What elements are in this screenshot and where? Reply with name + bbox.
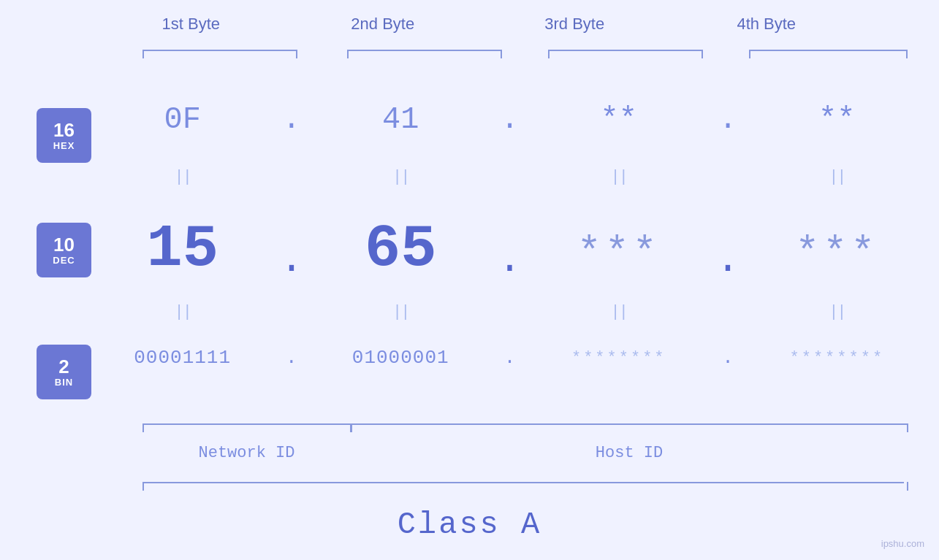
dec-dot3: . <box>713 215 742 283</box>
equals-2: || <box>320 168 481 186</box>
hex-byte1: 0F <box>102 102 263 137</box>
dec-badge-label: DEC <box>53 255 75 266</box>
hex-dot1: . <box>277 102 306 137</box>
equals-mid-3: || <box>539 303 699 321</box>
vbracket-bot-hr <box>907 423 908 432</box>
dec-byte4: *** <box>756 223 917 276</box>
bin-byte4: ******** <box>756 349 917 367</box>
vbracket-3r <box>702 50 703 58</box>
dec-row: 15 . 65 . *** . *** <box>95 215 924 283</box>
vbracket-4l <box>749 50 750 58</box>
hex-dot3: . <box>713 102 742 137</box>
bin-byte1: 00001111 <box>102 347 263 369</box>
network-bracket <box>142 423 351 425</box>
equals-mid-1: || <box>102 303 263 321</box>
host-id-label: Host ID <box>351 444 908 462</box>
hex-byte3: ** <box>539 102 699 137</box>
bin-badge-number: 2 <box>58 356 69 377</box>
dec-badge-number: 10 <box>53 234 75 256</box>
bin-byte2: 01000001 <box>320 347 481 369</box>
network-id-label: Network ID <box>142 444 351 462</box>
equals-mid-2: || <box>320 303 481 321</box>
bracket-line-3 <box>548 50 702 51</box>
bracket-line-1 <box>142 50 296 51</box>
byte2-label: 2nd Byte <box>303 15 463 34</box>
watermark: ipshu.com <box>881 538 924 549</box>
hex-badge: 16 HEX <box>37 108 91 163</box>
vbracket-2l <box>347 50 349 58</box>
bin-dot1: . <box>277 347 306 369</box>
byte1-label: 1st Byte <box>110 15 271 34</box>
vbracket-outer-r <box>907 482 908 491</box>
dec-byte1: 15 <box>102 215 263 283</box>
hex-badge-label: HEX <box>53 140 75 151</box>
dec-dot2: . <box>495 215 524 283</box>
class-label: Class A <box>0 507 939 542</box>
host-bracket <box>351 423 908 425</box>
header-row: 1st Byte 2nd Byte 3rd Byte 4th Byte <box>95 15 862 34</box>
dec-byte2: 65 <box>320 215 481 283</box>
bin-dot3: . <box>713 347 742 369</box>
vbracket-bot-nl <box>142 423 144 432</box>
vbracket-bot-hl <box>351 423 352 432</box>
hex-byte4: ** <box>756 102 917 137</box>
vbracket-2r <box>501 50 502 58</box>
bin-dot2: . <box>495 347 524 369</box>
vbracket-1r <box>296 50 297 58</box>
hex-byte2: 41 <box>320 102 481 137</box>
bracket-line-2 <box>347 50 501 51</box>
dec-badge: 10 DEC <box>37 223 91 277</box>
vbracket-4r <box>906 50 908 58</box>
dec-dot1: . <box>277 215 306 283</box>
outer-bracket <box>142 482 904 483</box>
equals-1: || <box>102 168 263 186</box>
equals-4: || <box>756 168 917 186</box>
hex-row: 0F . 41 . ** . ** <box>95 102 924 137</box>
bracket-line-4 <box>749 50 906 51</box>
byte3-label: 3rd Byte <box>494 15 655 34</box>
bin-badge: 2 BIN <box>37 345 91 399</box>
bin-row: 00001111 . 01000001 . ******** . *******… <box>95 347 924 369</box>
hex-dot2: . <box>495 102 524 137</box>
dec-byte3: *** <box>539 223 699 276</box>
vbracket-3l <box>548 50 550 58</box>
equals-row-top: || || || || <box>95 168 924 186</box>
byte4-label: 4th Byte <box>686 15 847 34</box>
equals-mid-4: || <box>756 303 917 321</box>
bin-byte3: ******** <box>539 349 699 367</box>
vbracket-outer-l <box>142 482 144 491</box>
bin-badge-label: BIN <box>55 377 73 388</box>
equals-3: || <box>539 168 699 186</box>
equals-row-mid: || || || || <box>95 303 924 321</box>
hex-badge-number: 16 <box>53 120 75 141</box>
vbracket-1l <box>142 50 144 58</box>
